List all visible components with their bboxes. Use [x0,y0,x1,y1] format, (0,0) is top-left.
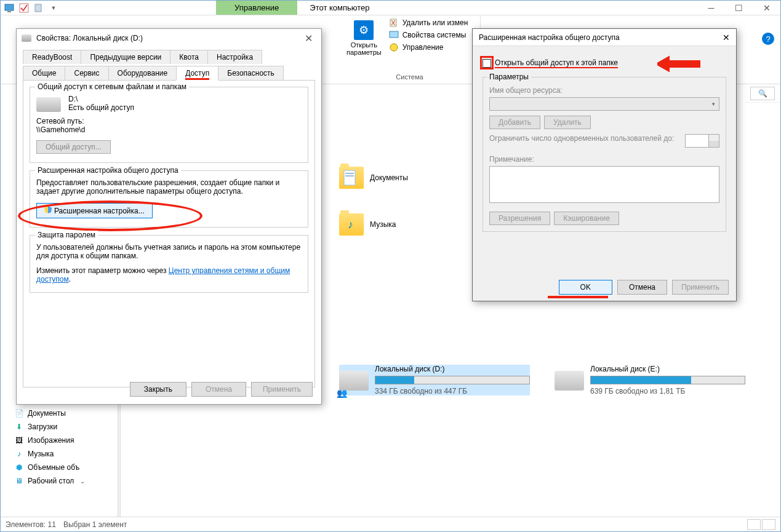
help-icon[interactable]: ? [762,33,774,45]
dialog-body: Открыть общий доступ к этой папке Параме… [473,46,736,263]
nav-item-images[interactable]: 🖼Изображения [13,434,118,447]
dropdown-icon[interactable]: ▼ [49,3,58,13]
delete-button: Удалить [544,116,591,129]
checkbox-icon[interactable] [19,3,29,13]
svg-rect-7 [344,170,355,185]
close-button[interactable]: ✕ [723,33,730,42]
tab-this-pc[interactable]: Этот компьютер [297,1,382,15]
params-fieldset: Параметры Имя общего ресурса: ▾ Добавить… [483,77,726,232]
ok-button[interactable]: OK [559,280,612,295]
tab-quota[interactable]: Квота [170,50,208,64]
quick-access-toolbar: ▼ [1,3,58,13]
close-button[interactable]: Закрыть [130,382,186,397]
drive-capacity-bar [590,376,745,384]
view-icons-button[interactable] [762,519,775,530]
share-button[interactable]: Общий доступ... [36,140,111,154]
tab-general[interactable]: Общие [23,66,65,81]
tab-service[interactable]: Сервис [65,66,108,81]
folder-music[interactable]: ♪ Музыка [339,213,396,236]
document-icon: 📄 [14,408,24,418]
drive-e[interactable]: Локальный диск (E:) 639 ГБ свободно из 1… [555,365,745,395]
tabs-row2: Общие Сервис Оборудование Доступ Безопас… [17,63,321,80]
share-folder-label: Открыть общий доступ к этой папке [495,58,618,68]
nav-item-documents[interactable]: 📄Документы [13,407,118,420]
fieldset-legend: Защита паролем [35,231,98,239]
svg-rect-8 [345,173,354,174]
status-selected: Выбран 1 элемент [63,520,127,529]
caching-button: Кэширование [554,212,619,225]
password-desc: У пользователей должны быть учетная запи… [36,243,302,260]
advanced-share-desc: Предоставляет пользовательские разрешени… [36,178,302,196]
search-box[interactable]: 🔍 [750,87,775,100]
tab-security[interactable]: Безопасность [218,66,284,81]
cancel-button[interactable]: Отмена [617,280,667,295]
computer-icon[interactable] [4,3,14,13]
nav-item-downloads[interactable]: ⬇Загрузки [13,420,118,434]
cancel-button: Отмена [191,382,246,397]
nav-item-desktop[interactable]: 🖥Рабочий стол⌄ [13,474,118,488]
svg-rect-3 [35,4,41,12]
limit-spinner [685,134,719,148]
nav-item-music[interactable]: ♪Музыка [13,447,118,461]
close-button[interactable]: ✕ [753,1,780,15]
navigation-pane: 📄Документы ⬇Загрузки 🖼Изображения ♪Музык… [13,407,118,488]
dialog-titlebar[interactable]: Свойства: Локальный диск (D:) ✕ [17,29,321,47]
netpath-label: Сетевой путь: [36,117,302,125]
maximize-button[interactable]: ☐ [725,1,753,15]
share-folder-checkbox[interactable] [483,59,491,68]
tab-prev-versions[interactable]: Предыдущие версии [81,50,170,64]
drive-icon [555,371,584,391]
nav-item-3d[interactable]: ⬢Объемные объ [13,461,118,474]
fieldset-legend: Расширенная настройка общего доступа [35,166,181,175]
dialog-buttons: OK Отмена Применить [559,280,729,295]
advanced-settings-button[interactable]: Расширенная настройка... [36,203,153,218]
tab-manage[interactable]: Управление [216,1,297,15]
svg-rect-5 [390,31,398,38]
drive-d[interactable]: 👥 Локальный диск (D:) 334 ГБ свободно из… [339,365,530,395]
folder-label: Документы [370,173,408,182]
tab-readyboost[interactable]: ReadyBoost [23,50,81,64]
share-status: Есть общий доступ [68,103,134,112]
properties-dialog: Свойства: Локальный диск (D:) ✕ ReadyBoo… [16,28,322,405]
folder-documents[interactable]: Документы [339,167,408,189]
titlebar: ▼ Управление Этот компьютер ─ ☐ ✕ [1,1,780,15]
delete-change-button[interactable]: Удалить или измен [389,18,468,28]
drive-capacity-bar [375,376,530,384]
manage-button[interactable]: Управление [389,42,468,52]
tab-access[interactable]: Доступ [176,66,218,81]
system-props-button[interactable]: Свойства системы [389,30,468,40]
svg-rect-0 [5,4,14,10]
ribbon-group-label: Система [339,73,480,81]
folder-icon [339,167,364,189]
properties-body: Общий доступ к сетевым файлам и папкам D… [23,80,315,387]
status-bar: Элементов: 11 Выбран 1 элемент [1,517,780,531]
properties-icon[interactable] [34,3,44,13]
network-share-fieldset: Общий доступ к сетевым файлам и папкам D… [30,87,308,163]
shield-icon [44,206,52,213]
drive-label: Локальный диск (E:) [590,365,745,373]
password-change-text: Изменить этот параметр можно через Центр… [36,266,302,284]
view-buttons [747,519,775,530]
dialog-titlebar[interactable]: Расширенная настройка общего доступа ✕ [473,29,736,46]
download-icon: ⬇ [14,422,24,432]
netpath-value: \\Gamehome\d [36,125,302,134]
tab-hardware[interactable]: Оборудование [108,66,177,81]
status-count: Элементов: 11 [6,520,56,529]
password-protect-fieldset: Защита паролем У пользователей должны бы… [30,235,308,293]
close-button[interactable]: ✕ [301,33,316,44]
ribbon-tabs: Управление Этот компьютер [216,1,382,14]
folder-label: Музыка [370,220,396,229]
drive-icon [36,97,61,112]
minimize-button[interactable]: ─ [697,1,725,15]
tab-settings[interactable]: Настройка [207,50,262,64]
gear-icon: ⚙ [354,20,374,40]
dialog-title: Расширенная настройка общего доступа [479,33,620,42]
people-icon: 👥 [337,388,347,398]
note-textarea [489,166,719,203]
view-details-button[interactable] [747,519,761,530]
folder-icon: ♪ [339,213,364,236]
music-icon: ♪ [14,449,24,459]
music-icon: ♪ [348,218,353,231]
open-params-button[interactable]: ⚙ Открыть параметры [344,18,384,58]
limit-label: Ограничить число одновременных пользоват… [489,134,719,148]
